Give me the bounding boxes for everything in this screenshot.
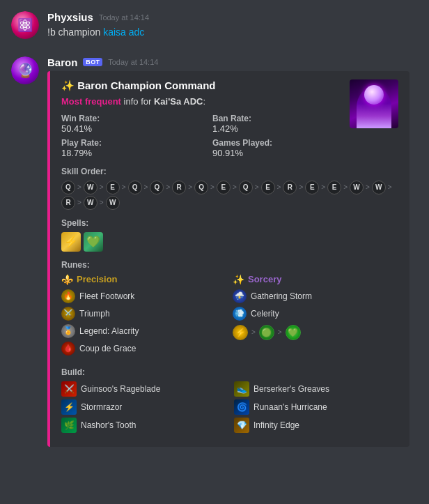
build-runaan: 🌀 Runaan's Hurricane (234, 399, 398, 415)
skill-q3: Q (150, 181, 164, 194)
command-champion: kaisa adc (103, 26, 144, 38)
shard-3: 💚 (286, 325, 301, 340)
skill-e1: E (106, 181, 120, 194)
rune-column-precision: ⚜️ Precision 🔥 Fleet Footwork ⚔️ Triumph (61, 274, 227, 359)
rune-fleet-footwork: 🔥 Fleet Footwork (61, 289, 227, 303)
runes-label: Runes: (61, 260, 398, 270)
rune-legend-alacrity: 🏅 Legend: Alacrity (61, 324, 227, 338)
arrow15: > (387, 183, 393, 191)
shard-2: 🟢 (259, 325, 274, 340)
message-phyxsius: ⚛️ Phyxsius Today at 14:14 !b champion k… (0, 0, 429, 45)
build-stormrazor-label: Stormrazor (81, 402, 122, 412)
sorcery-icon: ✨ (233, 274, 244, 285)
message-text-phyxsius: !b champion kaisa adc (47, 26, 418, 40)
message-content-phyxsius: Phyxsius Today at 14:14 !b champion kais… (47, 11, 418, 40)
precision-icon: ⚜️ (61, 274, 73, 285)
build-stormrazor: ⚡ Stormrazor (61, 399, 226, 415)
rune-celerity: 💨 Celerity (233, 307, 398, 321)
build-nashor-icon: 🌿 (61, 418, 77, 433)
precision-header: ⚜️ Precision (61, 274, 227, 285)
skill-q5: Q (239, 181, 253, 194)
build-ie: 💎 Infinity Edge (234, 418, 398, 433)
arrow8: > (232, 183, 237, 191)
rune-fleet-icon: 🔥 (61, 289, 75, 303)
stats-grid: Win Rate: 50.41% Ban Rate: 1.42% Play Ra… (61, 114, 350, 158)
skill-e4: E (305, 181, 319, 194)
skill-q4: Q (194, 181, 208, 194)
kaisa-portrait (350, 79, 398, 128)
desc-prefix: Most frequent (61, 96, 121, 107)
arrow6: > (187, 183, 193, 191)
stat-games-played-value: 90.91% (212, 148, 350, 158)
skill-r2: R (283, 181, 297, 194)
spell-flash: ⚡ (61, 232, 81, 252)
avatar-phyxsius: ⚛️ (11, 11, 39, 39)
command-word: !b champion (47, 26, 103, 38)
embed-title: ✨ Baron Champion Command (61, 79, 350, 92)
build-left: ⚔️ Guinsoo's Rageblade ⚡ Stormrazor 🌿 Na… (61, 381, 226, 436)
embed-champion: ✨ Baron Champion Command Most frequent i… (47, 71, 410, 447)
build-ie-icon: 💎 (234, 418, 249, 433)
rune-legend-label: Legend: Alacrity (79, 326, 139, 336)
rune-coup-label: Coup de Grace (79, 344, 136, 353)
skill-q2: Q (128, 181, 142, 194)
shard-row: ⚡ > 🟢 > 💚 (233, 325, 398, 340)
sorcery-header: ✨ Sorcery (233, 274, 398, 285)
build-stormrazor-icon: ⚡ (61, 399, 77, 415)
embed-description: Most frequent info for Kai'Sa ADC: (61, 96, 350, 107)
stat-play-rate: Play Rate: 18.79% (61, 138, 198, 158)
stat-games-played: Games Played: 90.91% (212, 138, 350, 158)
stat-games-played-label: Games Played: (212, 138, 350, 148)
skill-r3: R (61, 196, 75, 210)
rune-legend-icon: 🏅 (61, 324, 75, 338)
build-ie-label: Infinity Edge (254, 420, 299, 430)
rune-celerity-icon: 💨 (233, 307, 247, 321)
bot-badge: BOT (83, 58, 102, 66)
arrow11: > (298, 183, 304, 191)
arrow2: > (99, 183, 104, 191)
build-label: Build: (61, 367, 398, 377)
shard-1: ⚡ (233, 325, 248, 340)
desc-suffix: info for Kai'Sa ADC: (124, 96, 206, 107)
runes-columns: ⚜️ Precision 🔥 Fleet Footwork ⚔️ Triumph (61, 274, 398, 359)
rune-gathering-label: Gathering Storm (251, 291, 312, 301)
build-right: 👟 Berserker's Greaves 🌀 Runaan's Hurrica… (234, 381, 398, 436)
build-section: Build: ⚔️ Guinsoo's Rageblade ⚡ Stormraz… (61, 367, 398, 436)
stat-win-rate-label: Win Rate: (61, 114, 198, 123)
sorcery-label: Sorcery (248, 274, 281, 284)
arrow17: > (99, 199, 104, 206)
timestamp-phyxsius: Today at 14:14 (99, 13, 149, 22)
rune-gathering-storm: ⛈️ Gathering Storm (233, 289, 398, 303)
skill-order-label: Skill Order: (61, 167, 398, 176)
skill-r1: R (172, 181, 186, 194)
arrow12: > (320, 183, 326, 191)
arrow5: > (165, 183, 171, 191)
embed-content: ✨ Baron Champion Command Most frequent i… (61, 79, 350, 167)
build-berserker: 👟 Berserker's Greaves (234, 381, 398, 397)
arrow7: > (210, 183, 215, 191)
build-nashor: 🌿 Nashor's Tooth (61, 418, 226, 433)
avatar-baron: 🔮 (11, 56, 39, 84)
stat-ban-rate: Ban Rate: 1.42% (212, 114, 350, 134)
stat-play-rate-label: Play Rate: (61, 138, 198, 148)
build-runaan-icon: 🌀 (234, 399, 249, 415)
skill-e2: E (217, 181, 231, 194)
rune-celerity-label: Celerity (251, 309, 279, 319)
spell-heal: 💚 (84, 232, 103, 252)
timestamp-baron: Today at 14:14 (108, 58, 158, 66)
spells-label: Spells: (61, 218, 398, 228)
shard-arrow-2: > (277, 328, 283, 336)
build-runaan-label: Runaan's Hurricane (254, 402, 327, 412)
spells-section: Spells: ⚡ 💚 (61, 218, 398, 252)
stat-ban-rate-value: 1.42% (212, 123, 350, 134)
skill-w4: W (84, 196, 98, 210)
message-baron: 🔮 Baron BOT Today at 14:14 ✨ Baron Champ… (0, 45, 429, 452)
rune-coup-de-grace: 🩸 Coup de Grace (61, 342, 227, 356)
username-baron: Baron (47, 56, 77, 68)
skill-order: Q > W > E > Q > Q > R > Q > E > Q > E > (61, 181, 398, 210)
skill-e3: E (261, 181, 275, 194)
stat-play-rate-value: 18.79% (61, 148, 198, 158)
stat-win-rate-value: 50.41% (61, 123, 198, 134)
arrow9: > (254, 183, 260, 191)
arrow4: > (143, 183, 149, 191)
